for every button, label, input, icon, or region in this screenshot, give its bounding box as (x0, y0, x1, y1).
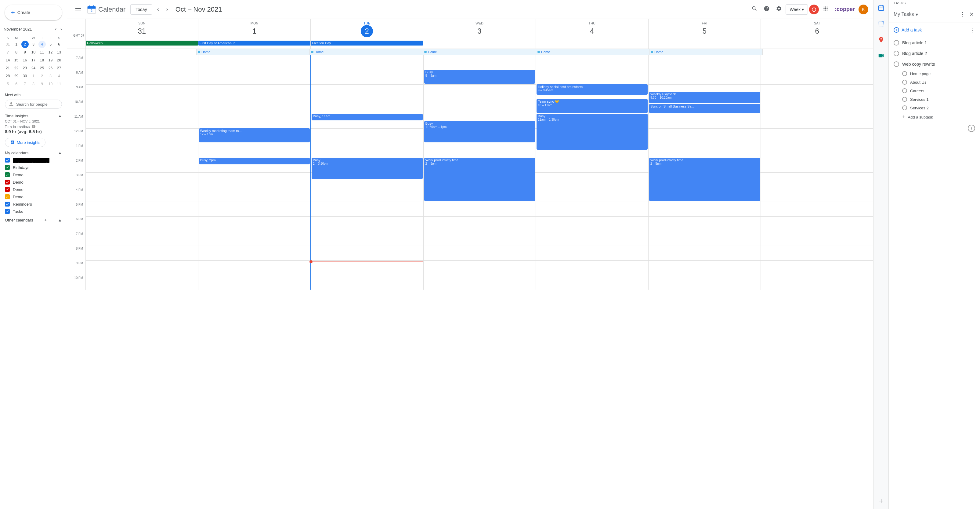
calendar-item-2[interactable]: Demo (0, 171, 67, 179)
mini-cal-day[interactable]: 2 (21, 41, 29, 48)
prev-button[interactable]: ‹ (155, 4, 161, 15)
task-subitem-2-2[interactable]: Careers (889, 86, 980, 95)
menu-button[interactable] (72, 2, 84, 16)
task-subitem-2-4[interactable]: Services 2 (889, 104, 980, 112)
mini-cal-day[interactable]: 11 (38, 49, 46, 56)
mini-cal-day[interactable]: 13 (56, 49, 63, 56)
calendar-item-4[interactable]: Demo (0, 186, 67, 193)
mini-cal-day[interactable]: 28 (4, 72, 11, 80)
add-task-row[interactable]: Add a task ⋮ (889, 23, 980, 37)
day-num-fri[interactable]: 5 (698, 25, 711, 37)
mini-cal-day[interactable]: 10 (47, 80, 54, 88)
mini-cal-day[interactable]: 21 (4, 64, 11, 72)
add-task-more-icon[interactable]: ⋮ (970, 27, 975, 33)
mini-cal-day[interactable]: 19 (47, 56, 54, 64)
mini-cal-day[interactable]: 7 (4, 49, 11, 56)
add-subtask-row[interactable]: +Add a subtask (889, 112, 980, 122)
mini-cal-day[interactable]: 26 (47, 64, 54, 72)
day-num-sat[interactable]: 6 (811, 25, 823, 37)
mini-cal-day[interactable]: 12 (47, 49, 54, 56)
apps-button[interactable] (820, 3, 831, 16)
mini-cal-day[interactable]: 1 (13, 41, 20, 48)
mini-cal-day[interactable]: 31 (4, 41, 11, 48)
more-insights-button[interactable]: More insights (5, 138, 46, 147)
event-3[interactable]: Weekly Playback9:30 – 10:20am (649, 92, 760, 103)
mini-cal-day[interactable]: 24 (30, 64, 37, 72)
event-11[interactable]: Work productivity time2 – 5pm (424, 158, 535, 201)
side-calendar-icon[interactable] (876, 2, 887, 13)
home-cell-thu[interactable]: Home (536, 49, 649, 55)
day-num-mon[interactable]: 1 (248, 25, 261, 37)
task-item-1[interactable]: Blog article 2⋮ (889, 48, 980, 59)
calendar-item-5[interactable]: Demo (0, 193, 67, 200)
home-cell-fri[interactable]: Home (649, 49, 762, 55)
task-subitem-2-1[interactable]: About Us (889, 78, 980, 86)
mini-cal-day[interactable]: 27 (56, 64, 63, 72)
timer-icon[interactable] (809, 5, 819, 14)
today-button[interactable]: Today (130, 4, 152, 15)
time-insights-toggle[interactable]: ▲ (58, 114, 62, 118)
day-num-wed[interactable]: 3 (473, 25, 485, 37)
event-2[interactable]: Team sync 🤝10 – 11am (536, 99, 648, 113)
event-6[interactable]: Busy, 11am (312, 114, 423, 120)
home-cell-tue[interactable]: Home (309, 49, 423, 55)
mini-cal-day[interactable]: 11 (56, 80, 63, 88)
task-item-2[interactable]: Web copy rewrite⋮ (889, 59, 980, 69)
event-7[interactable]: Busy11:30am – 1pm (424, 121, 535, 142)
mini-cal-day[interactable]: 23 (21, 64, 29, 72)
event-10[interactable]: Busy2 – 3:30pm (312, 158, 423, 179)
mini-cal-day[interactable]: 3 (30, 41, 37, 48)
side-tasks-icon[interactable] (876, 18, 887, 29)
week-selector-button[interactable]: Week ▾ (786, 4, 808, 15)
halloween-event[interactable]: Halloween (86, 41, 198, 46)
event-1[interactable]: Holiday social post brainstorm9 – 9:45am (536, 84, 648, 95)
mini-cal-day[interactable]: 15 (13, 56, 20, 64)
mini-cal-day[interactable]: 6 (13, 80, 20, 88)
event-12[interactable]: Work productivity time2 – 5pm (649, 158, 760, 201)
mini-cal-day[interactable]: 17 (30, 56, 37, 64)
first-day-american-event[interactable]: First Day of American In (198, 41, 311, 46)
other-calendars-toggle[interactable]: ▲ (58, 218, 62, 222)
mini-cal-day[interactable]: 29 (13, 72, 20, 80)
search-button[interactable] (749, 3, 760, 16)
next-button[interactable]: › (164, 4, 170, 15)
mini-cal-day[interactable]: 7 (21, 80, 29, 88)
tasks-more-icon[interactable]: ⋮ (959, 11, 966, 18)
mini-cal-day[interactable]: 9 (38, 80, 46, 88)
calendar-item-3[interactable]: Demo (0, 179, 67, 186)
mini-cal-day[interactable]: 6 (56, 41, 63, 48)
mini-cal-day[interactable]: 2 (38, 72, 46, 80)
mini-cal-day[interactable]: 3 (47, 72, 54, 80)
tasks-dropdown-icon[interactable]: ▾ (916, 11, 918, 18)
settings-button[interactable] (773, 3, 784, 16)
task-item-0[interactable]: Blog article 1⋮ (889, 37, 980, 48)
home-cell-mon[interactable]: Home (196, 49, 309, 55)
user-avatar[interactable]: K (859, 5, 868, 14)
mini-cal-day[interactable]: 8 (13, 49, 20, 56)
mini-cal-day[interactable]: 14 (4, 56, 11, 64)
side-add-icon[interactable] (876, 496, 887, 507)
mini-cal-day[interactable]: 25 (38, 64, 46, 72)
task-subitem-2-0[interactable]: Home page (889, 69, 980, 78)
mini-cal-day[interactable]: 4 (38, 41, 46, 48)
other-calendars-header[interactable]: Other calendars + ▲ (0, 215, 67, 223)
day-num-thu[interactable]: 4 (586, 25, 598, 37)
mini-cal-day[interactable]: 30 (21, 72, 29, 80)
mini-cal-day[interactable]: 8 (30, 80, 37, 88)
side-meet-icon[interactable] (876, 50, 887, 61)
task-subitem-2-3[interactable]: Services 1 (889, 95, 980, 104)
calendar-item-6[interactable]: Reminders (0, 200, 67, 208)
create-button[interactable]: + Create (5, 5, 62, 20)
mini-cal-day[interactable]: 5 (47, 41, 54, 48)
mini-cal-day[interactable]: 4 (56, 72, 63, 80)
event-8[interactable]: Busy11am – 1:30pm (536, 114, 648, 150)
my-calendars-toggle[interactable]: ▲ (58, 151, 62, 155)
mini-cal-day[interactable]: 1 (30, 72, 37, 80)
election-day-event[interactable]: Election Day (311, 41, 423, 46)
home-cell-wed[interactable]: Home (423, 49, 536, 55)
event-5[interactable]: Weekly marketing team m...12 – 1pm (199, 128, 310, 142)
my-calendars-header[interactable]: My calendars ▲ (0, 148, 67, 156)
calendar-item-7[interactable]: Tasks (0, 208, 67, 215)
event-9[interactable]: Busy, 2pm (199, 158, 310, 164)
mini-cal-day[interactable]: 5 (4, 80, 11, 88)
